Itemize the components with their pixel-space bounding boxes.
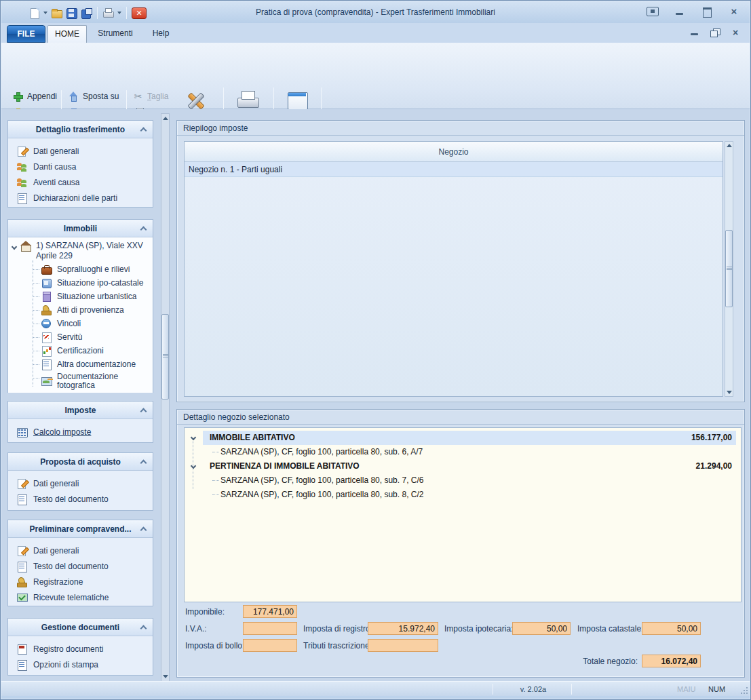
ipotecaria-label: Imposta ipotecaria:: [444, 624, 513, 634]
register-document-icon: [16, 644, 28, 655]
catastale-field[interactable]: 50,00: [642, 622, 701, 635]
catastale-label: Imposta catastale:: [577, 624, 643, 634]
panel-header-dettaglio-trasferimento[interactable]: Dettaglio trasferimento: [8, 121, 153, 138]
fullscreen-icon[interactable]: [647, 7, 659, 16]
document-lines-icon: [16, 561, 28, 572]
tributi-field[interactable]: [368, 639, 438, 652]
close-icon[interactable]: ×: [728, 7, 740, 16]
tree-item-altra-doc[interactable]: Altra documentazione: [8, 357, 153, 371]
tab-home[interactable]: HOME: [47, 25, 87, 43]
table-scrollbar[interactable]: [725, 141, 733, 397]
expander-icon[interactable]: [12, 244, 17, 250]
sidebar-item-aventi-causa[interactable]: Aventi causa: [8, 174, 153, 190]
tree-connector: [212, 494, 219, 495]
close-icon[interactable]: ×: [731, 28, 740, 37]
panel-title: Proposta di acquisto: [40, 457, 121, 467]
sidebar-item-ricevute[interactable]: Ricevute telematiche: [8, 589, 153, 605]
iva-field[interactable]: [243, 622, 297, 635]
sidebar-item-registrazione[interactable]: Registrazione: [8, 574, 153, 589]
registro-field[interactable]: 15.972,40: [368, 622, 438, 635]
sidebar-scrollbar[interactable]: [161, 113, 170, 682]
tree-leaf-sub6[interactable]: SARZANA (SP), CF, foglio 100, particella…: [185, 445, 740, 459]
tree-item-urbanistica[interactable]: Situazione urbanistica: [8, 290, 153, 303]
scissors-icon: ✂: [132, 91, 144, 102]
sidebar-item-dichiarazioni[interactable]: Dichiarazioni delle parti: [8, 190, 153, 206]
bollo-label: Imposta di bollo:: [185, 641, 244, 650]
restore-icon[interactable]: [710, 28, 720, 37]
sposta-su-button[interactable]: Sposta su: [65, 89, 121, 104]
minimize-icon[interactable]: [690, 28, 699, 37]
resize-grip[interactable]: [739, 685, 748, 694]
expander-icon[interactable]: [191, 435, 196, 440]
app-window: ✕ Pratica di prova (compravendita) - Exp…: [0, 0, 751, 700]
dettaglio-tree: IMMOBILE ABITATIVO 156.177,00 SARZANA (S…: [184, 427, 742, 602]
panel-gestione-documenti: Gestione documenti Registro documenti Op…: [7, 618, 153, 676]
bollo-field[interactable]: [243, 639, 297, 652]
tree-leaf-sub8[interactable]: SARZANA (SP), CF, foglio 100, particella…: [185, 488, 740, 502]
scrollbar-thumb[interactable]: [161, 314, 169, 400]
panel-dettaglio-trasferimento: Dettaglio trasferimento Dati generali Da…: [7, 120, 153, 208]
sidebar-item-proposta-dati-generali[interactable]: Dati generali: [8, 475, 153, 491]
status-bar: v. 2.02a MAIU NUM: [1, 681, 750, 696]
scroll-down-icon[interactable]: [725, 391, 733, 394]
appendi-button[interactable]: Appendi: [9, 89, 60, 104]
tree-item-vincoli[interactable]: Vincoli: [8, 317, 153, 330]
tree-item-doc-fotografica[interactable]: Documentazione fotografica: [8, 371, 153, 391]
tree-item-ipo-catastale[interactable]: Situazione ipo-catastale: [8, 276, 153, 290]
maximize-icon[interactable]: [701, 7, 713, 16]
tree-node-immobile-abitativo[interactable]: IMMOBILE ABITATIVO 156.177,00: [185, 431, 740, 445]
sidebar-item-calcolo-imposte[interactable]: Calcolo imposte: [8, 424, 153, 440]
tab-strumenti[interactable]: Strumenti: [93, 25, 138, 43]
totale-label: Totale negozio:: [571, 657, 638, 666]
tab-file[interactable]: FILE: [7, 25, 45, 43]
sidebar-item-proposta-testo[interactable]: Testo del documento: [8, 491, 153, 507]
sidebar-item-dati-generali[interactable]: Dati generali: [8, 143, 153, 159]
panel-header-immobili[interactable]: Immobili: [8, 220, 153, 237]
scrollbar-thumb[interactable]: [725, 230, 733, 307]
tree-node-pertinenza[interactable]: PERTINENZA DI IMMOBILE ABITATIVO 21.294,…: [185, 459, 740, 473]
sidebar-item-preliminare-dati-generali[interactable]: Dati generali: [8, 543, 153, 558]
panel-header-gestione[interactable]: Gestione documenti: [8, 619, 153, 636]
scroll-up-icon[interactable]: [725, 144, 733, 147]
tree-item-atti-provenienza[interactable]: Atti di provenienza: [8, 303, 153, 317]
window-icon: [286, 90, 309, 111]
document-lines-icon: [16, 193, 28, 203]
tree-leaf-sub7[interactable]: SARZANA (SP), CF, foglio 100, particella…: [185, 473, 740, 488]
table-row-negozio-1[interactable]: Negozio n. 1 - Parti uguali: [185, 162, 723, 177]
tree-connector: [212, 480, 219, 481]
collapse-icon: [140, 460, 147, 467]
ipotecaria-field[interactable]: 50,00: [512, 622, 571, 635]
tab-help[interactable]: Help: [146, 25, 176, 43]
sidebar-item-danti-causa[interactable]: Danti causa: [8, 159, 153, 174]
ribbon: Appendi Inserisci Elimina Sposta su Spos…: [1, 43, 750, 109]
window-controls: ×: [647, 7, 740, 16]
scroll-down-icon[interactable]: [161, 675, 169, 678]
expander-icon[interactable]: [191, 463, 196, 469]
tree-item-sopralluoghi[interactable]: Sopralluoghi e rilievi: [8, 262, 153, 276]
collapse-icon: [140, 128, 147, 134]
tree-item-servitu[interactable]: Servitù: [8, 330, 153, 344]
minimize-icon[interactable]: [674, 7, 686, 16]
num-indicator: NUM: [708, 685, 725, 693]
tree-root-immobile[interactable]: 1) SARZANA (SP), Viale XXV Aprile 229: [8, 241, 153, 261]
tree-item-certificazioni[interactable]: Certificazioni: [8, 344, 153, 357]
people-group-icon: [16, 177, 28, 188]
dettaglio-negozio-box: Dettaglio negozio selezionato IMMOBILE A…: [176, 409, 745, 678]
negozio-column-header[interactable]: Negozio: [185, 142, 723, 162]
panel-header-imposte[interactable]: Imposte: [8, 402, 153, 419]
scroll-up-icon[interactable]: [161, 117, 169, 120]
panel-title: Gestione documenti: [41, 623, 119, 632]
totale-field[interactable]: 16.072,40: [642, 655, 701, 667]
photo-icon: [41, 376, 52, 387]
plus-green-icon: [12, 91, 24, 102]
sidebar-item-registro-documenti[interactable]: Registro documenti: [8, 641, 153, 657]
panel-header-preliminare[interactable]: Preliminare compravend...: [8, 520, 153, 538]
tools-icon: [184, 90, 207, 111]
panel-title: Imposte: [64, 406, 96, 415]
sidebar-item-opzioni-stampa[interactable]: Opzioni di stampa: [8, 657, 153, 672]
sidebar-item-preliminare-testo[interactable]: Testo del documento: [8, 558, 153, 574]
panel-header-proposta[interactable]: Proposta di acquisto: [8, 453, 153, 471]
imponibile-field[interactable]: 177.471,00: [243, 605, 297, 618]
monitor-check-icon: [16, 592, 28, 603]
arrow-up-icon: [68, 91, 79, 102]
